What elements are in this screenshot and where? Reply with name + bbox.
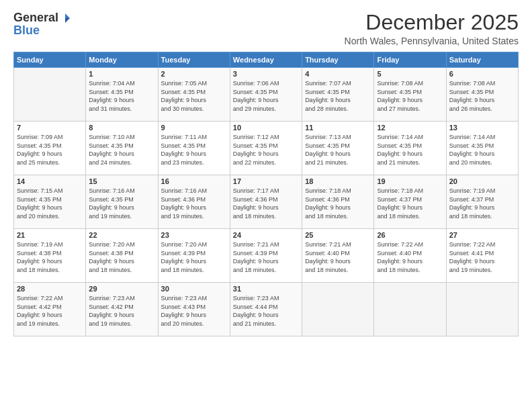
calendar-cell: 21Sunrise: 7:19 AM Sunset: 4:38 PM Dayli… <box>14 229 86 283</box>
day-info: Sunrise: 7:15 AM Sunset: 4:35 PM Dayligh… <box>17 187 83 220</box>
day-info: Sunrise: 7:22 AM Sunset: 4:42 PM Dayligh… <box>17 294 83 328</box>
day-number: 29 <box>89 285 154 293</box>
day-info: Sunrise: 7:14 AM Sunset: 4:35 PM Dayligh… <box>449 133 515 167</box>
day-number: 16 <box>161 177 227 185</box>
calendar: Sunday Monday Tuesday Wednesday Thursday… <box>13 52 519 336</box>
calendar-cell: 19Sunrise: 7:18 AM Sunset: 4:37 PM Dayli… <box>374 175 446 229</box>
day-number: 13 <box>449 124 515 132</box>
calendar-cell: 1Sunrise: 7:04 AM Sunset: 4:35 PM Daylig… <box>86 68 158 122</box>
day-number: 25 <box>305 231 371 239</box>
day-number: 20 <box>449 177 515 185</box>
calendar-cell <box>302 283 374 336</box>
calendar-cell: 16Sunrise: 7:16 AM Sunset: 4:36 PM Dayli… <box>158 175 230 229</box>
day-number: 7 <box>17 124 83 132</box>
day-info: Sunrise: 7:08 AM Sunset: 4:35 PM Dayligh… <box>377 79 443 113</box>
day-number: 18 <box>305 177 371 185</box>
calendar-cell: 5Sunrise: 7:08 AM Sunset: 4:35 PM Daylig… <box>374 68 446 122</box>
day-info: Sunrise: 7:23 AM Sunset: 4:44 PM Dayligh… <box>233 294 299 328</box>
calendar-cell: 11Sunrise: 7:13 AM Sunset: 4:35 PM Dayli… <box>302 122 374 175</box>
day-info: Sunrise: 7:09 AM Sunset: 4:35 PM Dayligh… <box>17 133 83 167</box>
calendar-cell: 17Sunrise: 7:17 AM Sunset: 4:36 PM Dayli… <box>230 175 302 229</box>
day-info: Sunrise: 7:07 AM Sunset: 4:35 PM Dayligh… <box>305 79 371 113</box>
calendar-cell: 15Sunrise: 7:16 AM Sunset: 4:35 PM Dayli… <box>86 175 158 229</box>
calendar-week-0: 1Sunrise: 7:04 AM Sunset: 4:35 PM Daylig… <box>14 68 519 122</box>
day-info: Sunrise: 7:20 AM Sunset: 4:39 PM Dayligh… <box>161 240 227 274</box>
day-info: Sunrise: 7:13 AM Sunset: 4:35 PM Dayligh… <box>305 133 371 167</box>
day-number: 27 <box>449 231 515 239</box>
calendar-cell: 4Sunrise: 7:07 AM Sunset: 4:35 PM Daylig… <box>302 68 374 122</box>
day-info: Sunrise: 7:08 AM Sunset: 4:35 PM Dayligh… <box>449 79 515 113</box>
calendar-week-4: 28Sunrise: 7:22 AM Sunset: 4:42 PM Dayli… <box>14 283 519 336</box>
logo-general: General <box>13 11 58 25</box>
calendar-cell: 6Sunrise: 7:08 AM Sunset: 4:35 PM Daylig… <box>446 68 518 122</box>
day-info: Sunrise: 7:23 AM Sunset: 4:42 PM Dayligh… <box>89 294 154 328</box>
calendar-week-2: 14Sunrise: 7:15 AM Sunset: 4:35 PM Dayli… <box>14 175 519 229</box>
day-info: Sunrise: 7:18 AM Sunset: 4:36 PM Dayligh… <box>305 187 371 220</box>
day-number: 17 <box>233 177 299 185</box>
calendar-week-1: 7Sunrise: 7:09 AM Sunset: 4:35 PM Daylig… <box>14 122 519 175</box>
day-info: Sunrise: 7:16 AM Sunset: 4:35 PM Dayligh… <box>89 187 154 220</box>
day-info: Sunrise: 7:19 AM Sunset: 4:37 PM Dayligh… <box>449 187 515 220</box>
day-number: 6 <box>449 70 515 78</box>
calendar-cell: 22Sunrise: 7:20 AM Sunset: 4:38 PM Dayli… <box>86 229 158 283</box>
calendar-cell <box>374 283 446 336</box>
day-number: 28 <box>17 285 83 293</box>
calendar-cell <box>446 283 518 336</box>
day-number: 31 <box>233 285 299 293</box>
day-number: 10 <box>233 124 299 132</box>
day-info: Sunrise: 7:20 AM Sunset: 4:38 PM Dayligh… <box>89 240 154 274</box>
calendar-cell: 25Sunrise: 7:21 AM Sunset: 4:40 PM Dayli… <box>302 229 374 283</box>
calendar-cell: 24Sunrise: 7:21 AM Sunset: 4:39 PM Dayli… <box>230 229 302 283</box>
calendar-cell: 13Sunrise: 7:14 AM Sunset: 4:35 PM Dayli… <box>446 122 518 175</box>
day-number: 9 <box>161 124 227 132</box>
day-number: 21 <box>17 231 83 239</box>
day-number: 26 <box>377 231 443 239</box>
header-friday: Friday <box>374 52 446 68</box>
header-wednesday: Wednesday <box>230 52 302 68</box>
day-info: Sunrise: 7:05 AM Sunset: 4:35 PM Dayligh… <box>161 79 227 113</box>
calendar-cell: 31Sunrise: 7:23 AM Sunset: 4:44 PM Dayli… <box>230 283 302 336</box>
day-number: 30 <box>161 285 227 293</box>
day-number: 22 <box>89 231 154 239</box>
month-title: December 2025 <box>345 11 519 34</box>
calendar-cell: 26Sunrise: 7:22 AM Sunset: 4:40 PM Dayli… <box>374 229 446 283</box>
day-number: 1 <box>89 70 154 78</box>
day-number: 2 <box>161 70 227 78</box>
day-info: Sunrise: 7:18 AM Sunset: 4:37 PM Dayligh… <box>377 187 443 220</box>
day-info: Sunrise: 7:23 AM Sunset: 4:43 PM Dayligh… <box>161 294 227 328</box>
svg-marker-1 <box>65 18 70 23</box>
logo-icon <box>60 13 71 24</box>
header-sunday: Sunday <box>14 52 86 68</box>
page: General Blue December 2025 North Wales, … <box>0 0 532 411</box>
day-info: Sunrise: 7:19 AM Sunset: 4:38 PM Dayligh… <box>17 240 83 274</box>
calendar-week-3: 21Sunrise: 7:19 AM Sunset: 4:38 PM Dayli… <box>14 229 519 283</box>
calendar-cell: 18Sunrise: 7:18 AM Sunset: 4:36 PM Dayli… <box>302 175 374 229</box>
header-tuesday: Tuesday <box>158 52 230 68</box>
svg-marker-0 <box>65 13 70 18</box>
title-area: December 2025 North Wales, Pennsylvania,… <box>345 11 519 46</box>
day-number: 24 <box>233 231 299 239</box>
calendar-cell: 10Sunrise: 7:12 AM Sunset: 4:35 PM Dayli… <box>230 122 302 175</box>
calendar-cell: 7Sunrise: 7:09 AM Sunset: 4:35 PM Daylig… <box>14 122 86 175</box>
header: General Blue December 2025 North Wales, … <box>13 11 519 46</box>
header-saturday: Saturday <box>446 52 518 68</box>
day-info: Sunrise: 7:10 AM Sunset: 4:35 PM Dayligh… <box>89 133 154 167</box>
calendar-header-row: Sunday Monday Tuesday Wednesday Thursday… <box>14 52 519 68</box>
header-thursday: Thursday <box>302 52 374 68</box>
day-info: Sunrise: 7:04 AM Sunset: 4:35 PM Dayligh… <box>89 79 154 113</box>
day-number: 4 <box>305 70 371 78</box>
calendar-cell: 12Sunrise: 7:14 AM Sunset: 4:35 PM Dayli… <box>374 122 446 175</box>
calendar-cell: 29Sunrise: 7:23 AM Sunset: 4:42 PM Dayli… <box>86 283 158 336</box>
calendar-cell: 3Sunrise: 7:06 AM Sunset: 4:35 PM Daylig… <box>230 68 302 122</box>
header-monday: Monday <box>86 52 158 68</box>
calendar-cell <box>14 68 86 122</box>
day-info: Sunrise: 7:17 AM Sunset: 4:36 PM Dayligh… <box>233 187 299 220</box>
calendar-cell: 2Sunrise: 7:05 AM Sunset: 4:35 PM Daylig… <box>158 68 230 122</box>
calendar-cell: 30Sunrise: 7:23 AM Sunset: 4:43 PM Dayli… <box>158 283 230 336</box>
day-number: 14 <box>17 177 83 185</box>
day-number: 23 <box>161 231 227 239</box>
day-info: Sunrise: 7:12 AM Sunset: 4:35 PM Dayligh… <box>233 133 299 167</box>
day-number: 8 <box>89 124 154 132</box>
location: North Wales, Pennsylvania, United States <box>345 36 519 46</box>
day-info: Sunrise: 7:21 AM Sunset: 4:40 PM Dayligh… <box>305 240 371 274</box>
